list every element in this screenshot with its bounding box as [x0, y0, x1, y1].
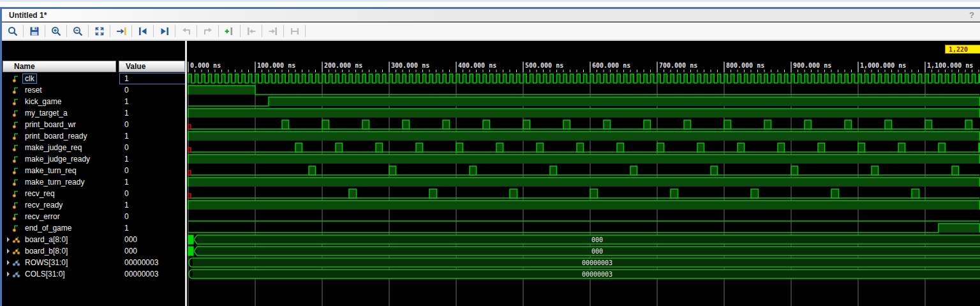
wave-row-clk [188, 74, 980, 83]
toolbar-separator [197, 25, 197, 37]
scalar-signal-icon [11, 224, 20, 233]
signal-row-board_a80[interactable]: board_a[8:0]000 [3, 234, 185, 245]
zoom-fit-button[interactable] [91, 24, 107, 38]
zoom-in-icon [50, 26, 62, 37]
next-transition-icon [159, 26, 170, 37]
go-to-next-marker-icon [267, 26, 279, 37]
signal-value-label: 1 [119, 73, 190, 84]
save-wave-config-icon [29, 26, 40, 37]
zoom-out-icon [72, 26, 84, 37]
scalar-signal-icon [11, 109, 20, 118]
wave-row-recv_ready [188, 201, 980, 210]
signal-name-label: print_board_wr [22, 119, 78, 130]
signal-name-label: make_turn_ready [22, 177, 87, 187]
expand-arrow-icon[interactable] [4, 237, 11, 242]
wave-row-board_b80: 000 [188, 247, 980, 256]
signal-value-label: 000 [119, 245, 190, 257]
signal-name-label: COLS[31:0] [22, 269, 68, 279]
time-ruler[interactable]: 0.000 ns100.000 ns200.000 ns300.000 ns40… [188, 62, 979, 72]
wave-row-recv_req [188, 189, 980, 198]
save-wave-config-button[interactable] [26, 24, 42, 38]
svg-text:700.000 ns: 700.000 ns [659, 62, 697, 69]
signal-row-print_board_ready[interactable]: print_board_ready1 [3, 130, 185, 142]
wave-row-end_of_game [188, 224, 980, 233]
signal-row-kick_game[interactable]: kick_game1 [3, 96, 185, 107]
bus-signal-icon [11, 258, 20, 267]
expand-arrow-icon[interactable] [4, 260, 11, 265]
help-icon[interactable]: ? [969, 10, 974, 20]
waveform-canvas[interactable]: 0.000 ns100.000 ns200.000 ns300.000 ns40… [187, 41, 980, 306]
svg-text:1,000.000 ns: 1,000.000 ns [860, 62, 906, 69]
zoom-to-cursor-icon [115, 26, 127, 37]
swap-cursors-icon [289, 26, 301, 37]
find-button[interactable] [4, 24, 20, 38]
signal-name-label: print_board_ready [22, 131, 89, 141]
signal-row-clk[interactable]: clk1 [3, 73, 185, 84]
scalar-signal-icon [11, 201, 20, 210]
signal-name-label: make_turn_req [22, 165, 79, 176]
scalar-signal-icon [11, 132, 20, 141]
add-marker-button[interactable] [221, 24, 237, 38]
signal-value-label: 0 [119, 211, 190, 222]
signal-value-label: 0 [119, 142, 190, 153]
svg-text:100.000 ns: 100.000 ns [257, 62, 295, 69]
zoom-to-cursor-button[interactable] [113, 24, 129, 38]
signal-row-cols310[interactable]: COLS[31:0]00000003 [3, 268, 185, 280]
toolbar-separator [23, 25, 24, 37]
svg-text:500.000 ns: 500.000 ns [525, 62, 563, 69]
svg-text:400.000 ns: 400.000 ns [458, 62, 496, 69]
swap-cursors-button [286, 24, 302, 38]
signal-name-label: make_judge_req [22, 142, 84, 153]
signal-row-print_board_wr[interactable]: print_board_wr0 [3, 119, 185, 130]
signal-name-label: board_b[8:0] [22, 246, 70, 256]
toolbar-separator [305, 25, 306, 37]
signal-row-board_b80[interactable]: board_b[8:0]000 [3, 245, 185, 257]
svg-text:1,100.000 ns: 1,100.000 ns [927, 62, 973, 69]
signal-row-my_target_a[interactable]: my_target_a1 [3, 107, 185, 119]
signal-row-make_judge_ready[interactable]: make_judge_ready1 [3, 153, 185, 165]
signal-row-make_turn_ready[interactable]: make_turn_ready1 [3, 176, 185, 188]
wave-row-make_judge_req [188, 143, 980, 152]
signal-value-label: 0 [119, 119, 190, 130]
signal-value-label: 1 [119, 199, 190, 211]
signal-row-rows310[interactable]: ROWS[31:0]00000003 [3, 257, 185, 268]
wave-row-make_judge_ready [188, 155, 980, 164]
signal-value-label: 0 [119, 84, 190, 96]
signal-name-label: recv_error [22, 211, 63, 222]
signal-row-end_of_game[interactable]: end_of_game1 [3, 222, 185, 234]
signal-name-label: clk [22, 73, 37, 84]
signal-row-recv_req[interactable]: recv_req0 [3, 188, 185, 199]
bus-value-label: 00000003 [582, 271, 612, 278]
next-marker-icon [202, 26, 214, 37]
wave-row-make_turn_req [188, 166, 980, 175]
signal-name-label: make_judge_ready [22, 154, 93, 164]
signal-row-make_turn_req[interactable]: make_turn_req0 [3, 165, 185, 176]
signal-row-recv_error[interactable]: recv_error0 [3, 211, 185, 222]
signal-row-recv_ready[interactable]: recv_ready1 [3, 199, 185, 211]
scalar-signal-icon [11, 143, 20, 152]
signal-value-label: 0 [119, 165, 190, 176]
svg-text:300.000 ns: 300.000 ns [391, 62, 429, 69]
toolbar-separator [110, 25, 110, 37]
wave-row-rows310: 00000003 [189, 258, 980, 267]
expand-arrow-icon[interactable] [4, 249, 11, 254]
waveform-panel[interactable]: 1,220 0.000 ns100.000 ns200.000 ns300.00… [187, 41, 980, 306]
signal-name-label: recv_ready [22, 200, 65, 210]
signal-row-make_judge_req[interactable]: make_judge_req0 [3, 142, 185, 153]
toolbar-separator [88, 25, 89, 37]
svg-text:0.000 ns: 0.000 ns [190, 62, 221, 69]
signal-name-label: my_target_a [22, 108, 70, 118]
wave-row-my_target_a [188, 109, 980, 118]
scalar-signal-icon [11, 178, 20, 187]
previous-transition-button[interactable] [135, 24, 151, 38]
next-transition-button[interactable] [156, 24, 172, 38]
expand-arrow-icon[interactable] [4, 272, 11, 277]
scalar-signal-icon [11, 155, 20, 164]
toolbar-separator [218, 25, 219, 37]
signal-names-panel: Name Value clk1reset0kick_game1my_target… [2, 41, 185, 306]
zoom-out-button[interactable] [70, 24, 85, 38]
signal-row-reset[interactable]: reset0 [3, 84, 185, 96]
previous-marker-icon [181, 26, 192, 37]
zoom-in-button[interactable] [48, 24, 64, 38]
find-icon [7, 26, 19, 37]
